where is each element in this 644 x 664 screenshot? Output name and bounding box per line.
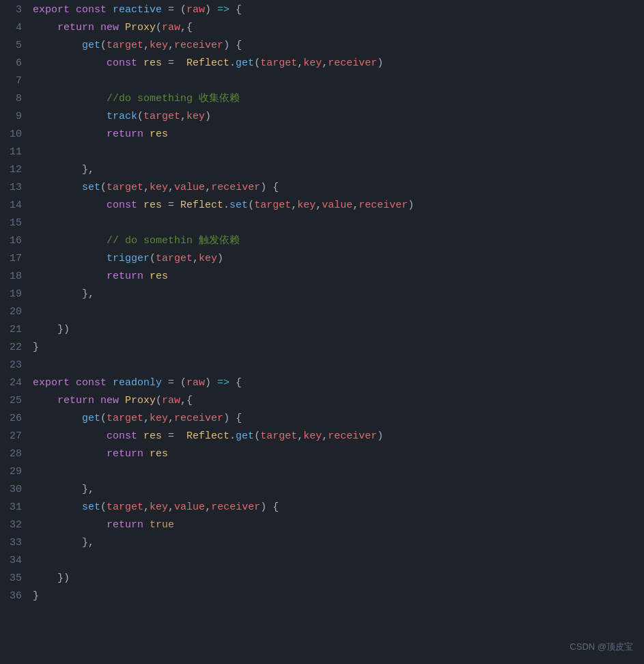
token-var-name: res: [150, 448, 168, 460]
token-kw: return: [33, 22, 100, 33]
token-punct: ,: [143, 501, 150, 513]
token-param: key: [150, 40, 168, 51]
token-param: raw: [162, 395, 180, 406]
token-punct: ,: [143, 40, 150, 51]
token-arrow: =>: [217, 4, 229, 16]
token-punct: (: [254, 57, 260, 69]
token-punct: ,: [352, 199, 359, 211]
token-punct: =: [162, 57, 186, 69]
token-kw: return: [107, 519, 150, 531]
line-number: 21: [5, 321, 22, 339]
token-plain: [33, 271, 107, 282]
code-line: track(target,key): [33, 108, 633, 126]
token-punct: ): [377, 57, 383, 69]
token-punct: ) {: [260, 182, 279, 193]
token-plain: [33, 413, 82, 424]
token-kw: export: [33, 377, 76, 389]
code-line: [33, 552, 633, 570]
line-number: 3: [5, 1, 22, 19]
line-number: 19: [5, 286, 22, 303]
line-number: 28: [5, 445, 22, 463]
token-punct: },: [33, 288, 94, 300]
token-kw: const: [107, 57, 143, 69]
code-line: return new Proxy(raw,{: [33, 19, 633, 37]
token-plain: [33, 93, 107, 105]
code-line: [33, 357, 633, 374]
line-number: 6: [5, 55, 22, 72]
token-plain: [33, 501, 82, 513]
token-punct: {: [229, 377, 242, 389]
token-plain: [33, 430, 107, 442]
line-number-gutter: 3456789101112131415161718192021222324252…: [0, 1, 33, 664]
token-fn: set: [82, 182, 100, 193]
token-comment: //do something: [107, 93, 199, 105]
token-punct: ,{: [180, 22, 193, 33]
token-punct: (: [100, 182, 107, 193]
token-class-name: Reflect: [186, 57, 229, 69]
token-kw: const: [76, 377, 113, 389]
token-punct: ): [408, 199, 414, 211]
token-punct: ) {: [260, 501, 279, 513]
token-punct: (: [137, 111, 143, 122]
token-param: receiver: [174, 413, 223, 424]
token-punct: ,: [316, 199, 322, 211]
token-param: key: [150, 501, 168, 513]
token-punct: ): [217, 253, 223, 264]
token-var-name: res: [143, 430, 162, 442]
token-punct: (: [156, 22, 162, 33]
line-number: 15: [5, 215, 22, 232]
token-punct: ,: [291, 199, 297, 211]
token-param: value: [174, 501, 205, 513]
code-line: trigger(target,key): [33, 250, 633, 268]
token-fn: trigger: [107, 253, 150, 264]
token-comment: // do somethin: [107, 235, 199, 247]
token-kw: const: [107, 199, 143, 211]
token-punct: (: [156, 395, 162, 406]
token-param: value: [174, 182, 205, 193]
code-line: }): [33, 570, 633, 587]
line-number: 14: [5, 197, 22, 215]
code-line: [33, 72, 633, 90]
token-fn: set: [82, 501, 100, 513]
token-fn: readonly: [113, 377, 162, 389]
token-arrow: =>: [217, 377, 229, 389]
token-punct: .: [229, 57, 236, 69]
token-punct: ): [377, 430, 383, 442]
code-line: },: [33, 534, 633, 552]
token-plain: [33, 182, 82, 193]
token-param: receiver: [359, 199, 408, 211]
token-punct: ,: [180, 111, 186, 122]
code-line: [33, 143, 633, 161]
line-number: 33: [5, 534, 22, 552]
token-class-name: Proxy: [125, 395, 156, 406]
token-plain: [33, 40, 82, 51]
line-number: 23: [5, 357, 22, 374]
code-line: [33, 215, 633, 232]
token-kw: return: [107, 271, 150, 282]
token-param: receiver: [174, 40, 223, 51]
code-line: set(target,key,value,receiver) {: [33, 179, 633, 197]
token-param: key: [303, 430, 322, 442]
token-punct: ,: [297, 430, 303, 442]
token-punct: (: [100, 501, 107, 513]
token-punct: ,: [143, 413, 150, 424]
token-punct: ) {: [223, 40, 242, 51]
line-number: 8: [5, 90, 22, 108]
line-number: 27: [5, 428, 22, 445]
token-method: get: [236, 430, 254, 442]
token-punct: = (: [162, 4, 186, 16]
token-punct: ,: [168, 182, 174, 193]
token-punct: ,: [193, 253, 199, 264]
token-param: target: [107, 182, 143, 193]
token-punct: ,: [168, 501, 174, 513]
token-var-name: res: [143, 57, 162, 69]
token-kw: new: [100, 395, 125, 406]
token-param: target: [260, 57, 297, 69]
token-kw: const: [107, 430, 143, 442]
token-comment: 收集依赖: [199, 93, 240, 105]
token-var-name: res: [150, 128, 168, 140]
token-param: target: [143, 111, 180, 122]
line-number: 26: [5, 410, 22, 428]
token-punct: ): [205, 377, 217, 389]
line-number: 32: [5, 516, 22, 534]
